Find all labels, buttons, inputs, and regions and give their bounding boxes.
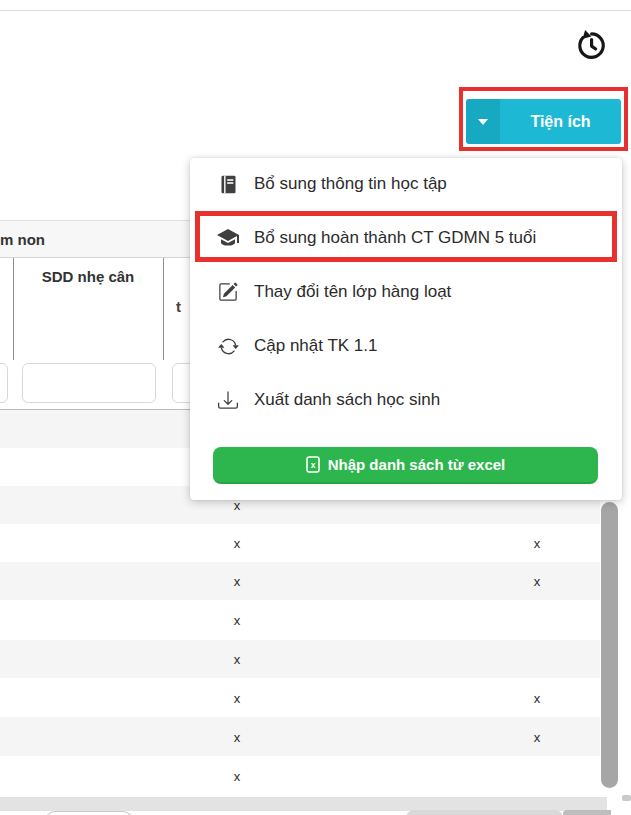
book-icon	[216, 174, 240, 195]
table-row[interactable]: x	[0, 600, 600, 640]
cell-mark: x	[234, 574, 241, 589]
menu-item-bo-sung-hoan-thanh-gdmn[interactable]: Bổ sung hoàn thành CT GDMN 5 tuổi	[190, 216, 622, 260]
import-excel-label: Nhập danh sách từ excel	[328, 456, 506, 473]
partial-bottom-button-middle[interactable]	[406, 810, 563, 815]
excel-file-icon: x	[306, 456, 320, 473]
menu-item-label: Thay đổi tên lớp hàng loạt	[254, 282, 451, 302]
menu-item-label: Bổ sung thông tin học tập	[254, 174, 447, 194]
menu-item-label: Bổ sung hoàn thành CT GDMN 5 tuổi	[254, 228, 536, 248]
cell-mark: x	[534, 574, 541, 589]
caret-down-icon	[478, 119, 488, 125]
footer-strip	[0, 797, 607, 811]
table-row[interactable]: xx	[0, 678, 600, 717]
download-icon	[216, 390, 240, 410]
cell-mark: x	[534, 536, 541, 551]
history-icon[interactable]	[571, 26, 609, 64]
table-row[interactable]: xx	[0, 524, 600, 562]
graduation-cap-icon	[216, 226, 240, 250]
cell-mark: x	[234, 729, 241, 744]
group-header-label: m non	[0, 231, 45, 248]
cell-mark: x	[534, 729, 541, 744]
utilities-dropdown-menu: Bổ sung thông tin học tập Bổ sung hoàn t…	[190, 158, 622, 500]
menu-item-bo-sung-thong-tin[interactable]: Bổ sung thông tin học tập	[190, 162, 622, 206]
import-excel-button[interactable]: x Nhập danh sách từ excel	[213, 447, 598, 484]
utilities-dropdown-toggle[interactable]	[466, 99, 500, 144]
menu-item-label: Xuất danh sách học sinh	[254, 390, 440, 410]
menu-item-thay-doi-ten-lop[interactable]: Thay đổi tên lớp hàng loạt	[190, 270, 622, 314]
edit-icon	[216, 282, 240, 302]
cell-mark: x	[234, 690, 241, 705]
scrollbar-corner	[622, 795, 631, 801]
partial-bottom-button-right[interactable]	[563, 810, 611, 815]
cell-mark: x	[234, 652, 241, 667]
column-header-sdd-nhe-can: SDD nhẹ cân	[13, 268, 163, 285]
menu-item-cap-nhat-tk[interactable]: Cập nhật TK 1.1	[190, 324, 622, 368]
table-row[interactable]: x	[0, 640, 600, 678]
table-row[interactable]: x	[0, 756, 600, 795]
menu-item-xuat-danh-sach[interactable]: Xuất danh sách học sinh	[190, 378, 622, 422]
svg-text:x: x	[310, 460, 315, 470]
utilities-button-label[interactable]: Tiện ích	[500, 99, 621, 144]
partial-bottom-button-left[interactable]	[45, 811, 133, 815]
top-divider	[0, 10, 631, 11]
vertical-scrollbar-thumb[interactable]	[601, 502, 618, 788]
table-row[interactable]: xx	[0, 562, 600, 600]
column-header-partial: t	[176, 298, 181, 315]
cell-mark: x	[234, 613, 241, 628]
filter-input-sdd[interactable]	[22, 363, 156, 403]
refresh-icon	[216, 336, 240, 357]
table-row[interactable]: xx	[0, 717, 600, 756]
filter-input-partial-left[interactable]	[0, 363, 8, 403]
utilities-split-button[interactable]: Tiện ích	[466, 99, 621, 144]
cell-mark: x	[234, 536, 241, 551]
menu-item-label: Cập nhật TK 1.1	[254, 336, 378, 356]
cell-mark: x	[534, 690, 541, 705]
cell-mark: x	[234, 768, 241, 783]
